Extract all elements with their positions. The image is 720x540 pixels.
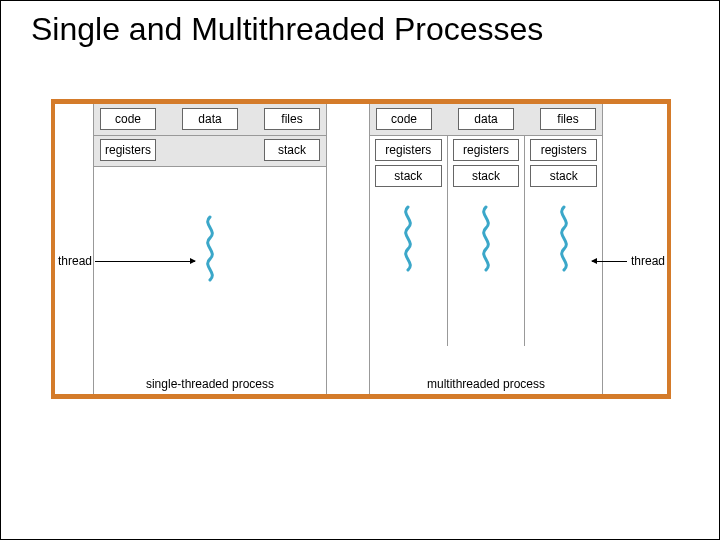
thread-icon	[555, 205, 573, 275]
arrow-icon	[592, 261, 627, 262]
stack-box: stack	[375, 165, 442, 187]
code-box: code	[100, 108, 156, 130]
thread-icon	[399, 205, 417, 275]
slide-title: Single and Multithreaded Processes	[1, 1, 719, 48]
thread-resources-row: registers stack	[94, 136, 326, 167]
thread-wave-container	[453, 205, 520, 275]
stack-box: stack	[453, 165, 520, 187]
arrow-icon	[95, 261, 195, 262]
thread-columns: registers stack registers stack	[370, 136, 602, 346]
stack-box: stack	[530, 165, 597, 187]
stack-box: stack	[264, 139, 320, 161]
data-box: data	[182, 108, 238, 130]
multithreaded-process: code data files registers stack register…	[369, 104, 603, 394]
caption-multi: multithreaded process	[370, 377, 602, 391]
thread-column: registers stack	[370, 136, 448, 346]
files-box: files	[264, 108, 320, 130]
thread-column: registers stack	[525, 136, 602, 346]
registers-box: registers	[375, 139, 442, 161]
code-box: code	[376, 108, 432, 130]
thread-icon	[477, 205, 495, 275]
thread-label-left: thread	[58, 254, 92, 268]
slide: Single and Multithreaded Processes code …	[0, 0, 720, 540]
caption-single: single-threaded process	[94, 377, 326, 391]
registers-box: registers	[453, 139, 520, 161]
registers-box: registers	[530, 139, 597, 161]
files-box: files	[540, 108, 596, 130]
shared-resources-row: code data files	[370, 104, 602, 136]
thread-column: registers stack	[448, 136, 526, 346]
thread-icon	[201, 215, 219, 285]
thread-wave-container	[375, 205, 442, 275]
registers-box: registers	[100, 139, 156, 161]
shared-resources-row: code data files	[94, 104, 326, 136]
process-diagram: code data files registers stack single-t…	[51, 99, 671, 399]
data-box: data	[458, 108, 514, 130]
thread-label-right: thread	[631, 254, 665, 268]
thread-wave-container	[94, 215, 326, 285]
single-threaded-process: code data files registers stack single-t…	[93, 104, 327, 394]
thread-wave-container	[530, 205, 597, 275]
